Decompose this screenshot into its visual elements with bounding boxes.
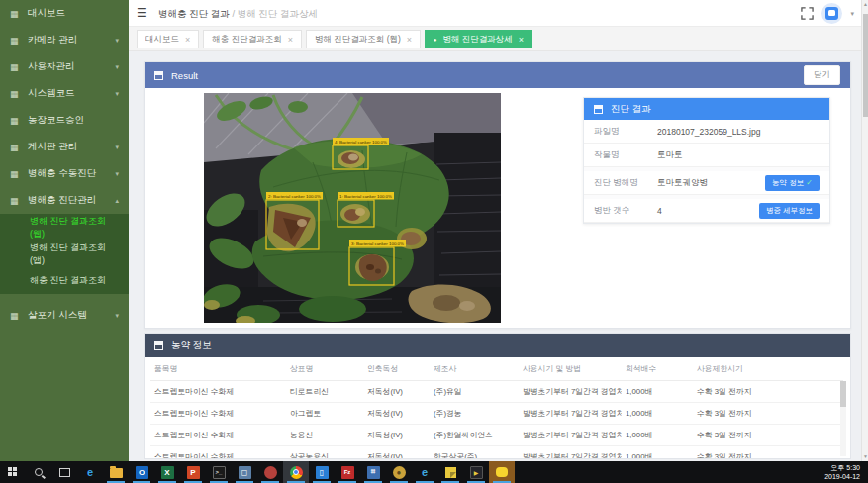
start-button[interactable] xyxy=(0,461,26,483)
close-icon[interactable]: × xyxy=(407,35,412,45)
sidebar-item-sprayer-system[interactable]: 살포기 시스템 ▾ xyxy=(0,302,129,329)
windows-logo-icon xyxy=(8,467,18,477)
diagnosis-card-header: 진단 결과 xyxy=(584,98,829,120)
taskbar-icon-edge[interactable]: e xyxy=(77,461,103,483)
taskbar-search-button[interactable] xyxy=(26,461,51,483)
crop-label: 작물명 xyxy=(594,149,657,161)
sidebar-subitem-label: 해충 진단 결과조회 xyxy=(30,274,106,287)
close-icon[interactable]: × xyxy=(185,35,190,45)
chrome-icon xyxy=(290,466,303,479)
taskbar-icon-video-player[interactable]: ▶ xyxy=(463,461,489,483)
sidebar-item-label: 살포기 시스템 xyxy=(28,309,87,322)
diagnosis-card: 진단 결과 파일명 20180107_232059_LLS.jpg 작물명 토마… xyxy=(583,97,830,224)
detection-label-1: 1: Bacterial canker 100.0% xyxy=(339,194,392,199)
sidebar-subitem-label: 병해 진단 결과조회 (앱) xyxy=(30,242,119,267)
scroll-up-arrow-icon[interactable]: ▲ xyxy=(862,0,868,9)
cell: 저독성(IV) xyxy=(363,381,430,403)
pesticide-info-button[interactable]: 농약 정보 ✓ xyxy=(765,175,820,191)
diagnosis-manage-icon xyxy=(10,196,20,206)
sidebar-item-farm-code[interactable]: 농장코드승인 xyxy=(0,107,129,134)
disease-label: 진단 병해명 xyxy=(594,177,657,189)
security-agent-icon: ● xyxy=(393,466,406,479)
sidebar-subitem-disease-result-app[interactable]: 병해 진단 결과조회 (앱) xyxy=(0,241,129,267)
user-menu-caret-icon[interactable]: ▾ xyxy=(850,10,854,18)
document-app-icon: ▯ xyxy=(316,466,329,479)
diagnosis-card-title: 진단 결과 xyxy=(611,103,651,116)
taskbar-clock[interactable]: 오후 5:30 2019-04-12 xyxy=(824,463,860,481)
close-icon[interactable]: × xyxy=(519,35,524,45)
sidebar-item-board[interactable]: 게시판 관리 ▾ xyxy=(0,134,129,160)
tab-pest-result[interactable]: 해충 진단결과조회 × xyxy=(203,30,302,48)
cell: 1,000배 xyxy=(622,425,693,446)
sidebar-item-diagnosis-manage[interactable]: 병해충 진단관리 ▴ xyxy=(0,187,129,214)
cell: 저독성(IV) xyxy=(363,446,430,459)
pesticide-panel: 농약 정보 품목명 상표명 인축독성 제조사 사용시기 및 방법 희석배수 사용… xyxy=(144,333,851,459)
table-row[interactable]: 스트렙토마이신 수화제 삼공농용신 저독성(IV) 한국삼공(주) 발병초기부터… xyxy=(150,446,843,459)
taskbar-icon-file-explorer[interactable] xyxy=(103,461,129,483)
taskbar-icon-internet-explorer[interactable]: e xyxy=(412,461,437,483)
tab-dashboard[interactable]: 대시보드 × xyxy=(137,30,199,48)
hamburger-menu-icon[interactable]: ☰ xyxy=(137,6,147,20)
task-view-button[interactable] xyxy=(51,461,77,483)
file-explorer-icon xyxy=(110,468,123,478)
taskbar-icon-kakaotalk[interactable] xyxy=(489,461,515,483)
table-row[interactable]: 스트렙토마이신 수화제 티로트리신 저독성(IV) (주)유일 발병초기부터 7… xyxy=(150,381,843,403)
sidebar-item-manual-diagnosis[interactable]: 병해충 수동진단 ▾ xyxy=(0,160,129,187)
cell: 티로트리신 xyxy=(286,381,363,403)
taskbar-icon-excel[interactable]: X xyxy=(154,461,180,483)
leaf-photo-canvas: 4: Bacterial canker 100.0% 2: Bacterial … xyxy=(204,93,501,323)
table-scrollbar[interactable] xyxy=(840,381,846,456)
result-panel-header: Result 닫기 xyxy=(145,62,850,88)
page-scrollbar[interactable]: ▲ ▼ xyxy=(861,0,868,461)
diagnosis-row-lesions: 병반 갯수 4 병증 세부정보 xyxy=(584,195,829,223)
windows-taskbar: e O X P >_ ◻ ▯ Fz ⌗ ● e ▶ 오후 5:30 2019-0… xyxy=(0,461,868,483)
chevron-down-icon: ▾ xyxy=(115,90,119,98)
col-usage: 사용시기 및 방법 xyxy=(519,357,622,381)
tab-label: 대시보드 xyxy=(145,34,179,46)
tab-disease-result-detail[interactable]: ● 병해 진단결과상세 × xyxy=(425,30,532,48)
sidebar-item-dashboard[interactable]: 대시보드 xyxy=(0,0,129,27)
taskbar-icon-system-tool[interactable]: ◻ xyxy=(232,461,257,483)
sprayer-system-icon xyxy=(10,311,20,321)
taskbar-icon-security-agent[interactable]: ● xyxy=(386,461,412,483)
sidebar-subitem-disease-result-web[interactable]: 병해 진단 결과조회 (웹) xyxy=(0,214,129,241)
taskbar-icon-remote-desktop[interactable]: ⌗ xyxy=(360,461,386,483)
topbar: ☰ 병해충 진단 결과 / 병해 진단 결과상세 ▾ xyxy=(129,0,868,27)
cell: (주)한얼싸이언스 xyxy=(430,425,519,446)
fullscreen-icon[interactable] xyxy=(801,7,814,20)
users-icon xyxy=(10,62,20,72)
pesticide-table: 품목명 상표명 인축독성 제조사 사용시기 및 방법 희석배수 사용제한시기 스… xyxy=(150,357,843,458)
symptom-detail-button[interactable]: 병증 세부정보 xyxy=(759,203,820,219)
result-panel-title: Result xyxy=(171,70,198,81)
page-scrollbar-thumb[interactable] xyxy=(863,14,868,117)
user-avatar[interactable] xyxy=(821,3,842,24)
taskbar-icon-terminal[interactable]: >_ xyxy=(206,461,232,483)
scroll-down-arrow-icon[interactable]: ▼ xyxy=(862,452,868,461)
tab-disease-result-web[interactable]: 병해 진단결과조회 (웹) × xyxy=(306,30,421,48)
cell: 삼공농용신 xyxy=(286,446,363,459)
sidebar-item-users[interactable]: 사용자관리 ▾ xyxy=(0,53,129,80)
taskbar-icon-media-app[interactable] xyxy=(257,461,283,483)
sidebar-item-system-code[interactable]: 시스템코드 ▾ xyxy=(0,80,129,107)
close-icon[interactable]: × xyxy=(288,35,293,45)
table-scrollbar-thumb[interactable] xyxy=(840,381,846,407)
taskbar-icon-document-app[interactable]: ▯ xyxy=(309,461,335,483)
taskbar-icon-sticky-notes[interactable] xyxy=(437,461,463,483)
taskbar-icon-chrome[interactable] xyxy=(283,461,309,483)
taskbar-icon-filezilla[interactable]: Fz xyxy=(335,461,360,483)
detection-label-4: 4: Bacterial canker 100.0% xyxy=(335,140,387,145)
sidebar-item-camera[interactable]: 카메라 관리 ▾ xyxy=(0,27,129,53)
table-row[interactable]: 스트렙토마이신 수화제 농용신 저독성(IV) (주)한얼싸이언스 발병초기부터… xyxy=(150,425,843,446)
result-close-button[interactable]: 닫기 xyxy=(804,65,840,85)
filename-label: 파일명 xyxy=(594,126,657,138)
cell: 1,000배 xyxy=(622,403,693,425)
taskbar-icon-powerpoint[interactable]: P xyxy=(180,461,206,483)
table-row[interactable]: 스트렙토마이신 수화제 아그렙토 저독성(IV) (주)경농 발병초기부터 7일… xyxy=(150,403,843,425)
detection-label-3: 3: Bacterial canker 100.0% xyxy=(351,242,404,246)
sidebar-subitem-pest-result[interactable]: 해충 진단 결과조회 xyxy=(0,267,129,294)
taskbar-icon-outlook[interactable]: O xyxy=(129,461,154,483)
kakaotalk-icon xyxy=(496,467,508,477)
tab-label: 병해 진단결과조회 (웹) xyxy=(315,34,401,46)
sidebar-item-label: 농장코드승인 xyxy=(28,114,84,127)
chevron-up-icon: ▴ xyxy=(115,197,119,205)
